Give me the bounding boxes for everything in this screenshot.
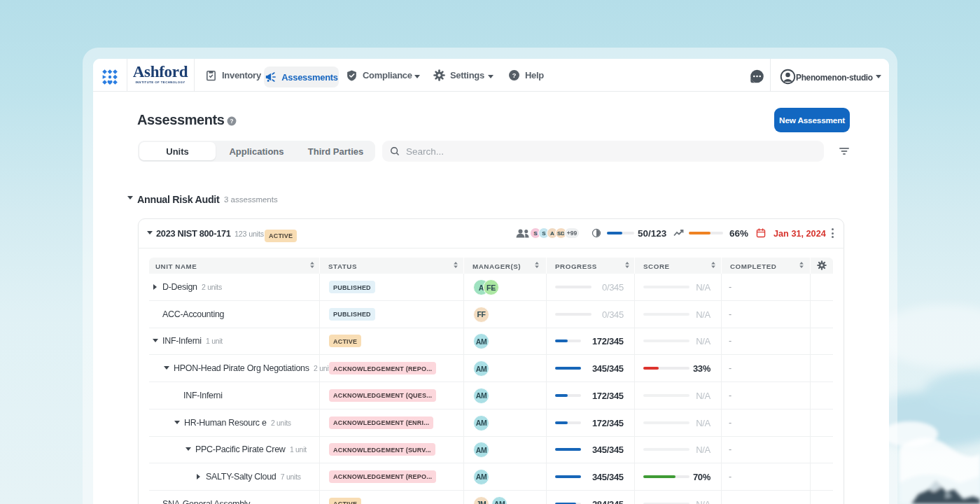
- svg-text:?: ?: [512, 72, 517, 79]
- svg-text:?: ?: [230, 118, 234, 125]
